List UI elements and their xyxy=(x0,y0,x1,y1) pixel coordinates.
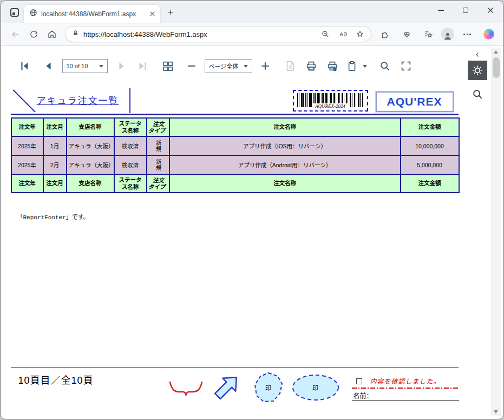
refresh-button[interactable] xyxy=(25,25,42,43)
export-button[interactable] xyxy=(346,59,367,73)
read-aloud-icon[interactable]: A xyxy=(336,28,349,41)
last-page-button[interactable] xyxy=(136,59,150,73)
minimize-button[interactable] xyxy=(428,1,453,19)
settings-panel-button[interactable] xyxy=(468,61,487,80)
arrow-shape xyxy=(210,370,244,404)
zoom-indicator-icon[interactable] xyxy=(319,28,332,41)
zoom-in-button[interactable] xyxy=(258,59,272,73)
back-icon xyxy=(10,29,21,40)
col-status: ステータス名称 xyxy=(114,174,147,193)
workspaces-icon xyxy=(10,8,19,17)
report-footer-note: 「ReportFooter」です。 xyxy=(17,212,89,221)
browser-tab[interactable]: localhost:44388/WebForm1.aspx xyxy=(24,5,160,23)
maximize-icon xyxy=(463,8,468,13)
zoom-in-icon xyxy=(260,61,271,71)
window-controls xyxy=(428,1,503,19)
new-tab-button[interactable]: + xyxy=(163,5,178,19)
footer-rule xyxy=(11,367,459,368)
header-divider xyxy=(129,88,130,113)
sidebar-collapse-button[interactable] xyxy=(472,49,483,60)
workspaces-button[interactable] xyxy=(8,5,22,19)
print-layout-icon xyxy=(284,60,296,72)
zoom-mode-dropdown[interactable]: ページ全体 xyxy=(205,59,252,73)
table-row: 2025年 2月 アキュラ（大阪） 検収済 新規 アプリ作成（Android用：… xyxy=(11,155,459,174)
next-page-button[interactable] xyxy=(115,59,129,73)
lock-icon xyxy=(72,29,79,39)
barcode: AQUREX-2024 xyxy=(293,90,368,111)
company-logo: AQU'REX xyxy=(376,91,454,112)
cell-branch: アキュラ（大阪） xyxy=(67,155,114,174)
page-setup-icon xyxy=(326,60,338,72)
logo-text: AQU'REX xyxy=(387,95,442,108)
confirm-checkbox[interactable] xyxy=(356,378,362,384)
col-amount: 注文金額 xyxy=(401,174,459,193)
address-bar[interactable]: https://localhost:44388/WebForm1.aspx A xyxy=(65,26,371,42)
col-order-type: 注文タイプ xyxy=(147,118,169,136)
profile-avatar[interactable] xyxy=(441,28,454,41)
maximize-button[interactable] xyxy=(453,1,478,19)
page-indicator: 10頁目／全10頁 xyxy=(18,372,94,386)
cell-branch: アキュラ（大阪） xyxy=(67,136,114,155)
vertical-scrollbar[interactable] xyxy=(491,48,501,416)
page-layout-icon xyxy=(162,60,174,72)
browser-window: localhost:44388/WebForm1.aspx + xyxy=(1,1,503,419)
toolbar-right xyxy=(376,25,498,43)
settings-menu-button[interactable] xyxy=(459,25,476,43)
search-button[interactable] xyxy=(378,59,392,73)
home-button[interactable] xyxy=(43,25,61,43)
address-input[interactable]: https://localhost:44388/WebForm1.aspx xyxy=(83,30,315,38)
red-dashed-line xyxy=(352,388,459,389)
svg-text:A: A xyxy=(339,31,343,37)
red-brace-shape xyxy=(169,379,204,396)
report-viewer: 10 of 10 ページ全体 xyxy=(2,47,502,418)
gear-icon xyxy=(472,64,483,76)
cell-amount: 5,000,000 xyxy=(401,155,459,174)
print-icon xyxy=(305,60,317,72)
copilot-button[interactable] xyxy=(480,25,498,43)
fullscreen-button[interactable] xyxy=(399,59,413,73)
report-page: アキュラ注文一覧 AQUREX-2024 AQU'REX 注文年 注文月 支店名… xyxy=(11,87,461,412)
scrollbar-thumb[interactable] xyxy=(493,57,500,78)
close-icon xyxy=(487,7,494,14)
chevron-down-icon xyxy=(363,65,367,68)
col-order-type: 注文タイプ xyxy=(147,174,169,193)
fullscreen-icon xyxy=(400,60,412,72)
minimize-icon xyxy=(438,10,444,11)
col-order-year: 注文年 xyxy=(11,174,43,193)
last-page-icon xyxy=(137,60,149,72)
cell-month: 2月 xyxy=(43,155,67,174)
previous-page-button[interactable] xyxy=(41,59,55,73)
favorites-hub-button[interactable] xyxy=(420,25,437,43)
globe-icon xyxy=(29,9,37,19)
extensions-button[interactable] xyxy=(376,25,394,43)
page-number-dropdown[interactable]: 10 of 10 xyxy=(62,59,108,73)
col-status: ステータス名称 xyxy=(114,118,147,136)
page-layout-button[interactable] xyxy=(161,59,175,73)
close-button[interactable] xyxy=(478,1,503,19)
zoom-out-button[interactable] xyxy=(185,59,199,73)
table-row: 2025年 1月 アキュラ（大阪） 検収済 新規 アプリ作成（iOS用：リバーシ… xyxy=(11,136,459,155)
scroll-down-button[interactable] xyxy=(491,408,501,416)
tab-close-icon[interactable] xyxy=(147,9,157,19)
table-footer-row: 注文年 注文月 支店名称 ステータス名称 注文タイプ 注文名称 注文金額 xyxy=(11,174,459,193)
browser-essentials-button[interactable] xyxy=(398,25,415,43)
chevron-left-icon xyxy=(474,51,481,58)
cell-status: 検収済 xyxy=(114,136,147,155)
zoom-out-icon xyxy=(186,61,197,71)
tab-title: localhost:44388/WebForm1.aspx xyxy=(41,10,143,18)
scroll-up-button[interactable] xyxy=(491,48,501,56)
stamp-ellipse: 印 xyxy=(291,373,340,402)
name-underline xyxy=(352,401,459,401)
extensions-icon xyxy=(381,30,390,39)
page-setup-button[interactable] xyxy=(325,59,339,73)
back-button[interactable] xyxy=(6,25,24,43)
col-order-month: 注文月 xyxy=(43,118,67,136)
cell-type: 新規 xyxy=(147,136,169,155)
favorite-star-icon[interactable] xyxy=(354,28,366,41)
print-button[interactable] xyxy=(304,59,318,73)
print-layout-button[interactable] xyxy=(283,59,297,73)
confirm-label: 内容を確認しました。 xyxy=(370,376,441,385)
refresh-icon xyxy=(29,30,38,39)
first-page-button[interactable] xyxy=(17,59,31,73)
panel-search-button[interactable] xyxy=(470,87,485,102)
